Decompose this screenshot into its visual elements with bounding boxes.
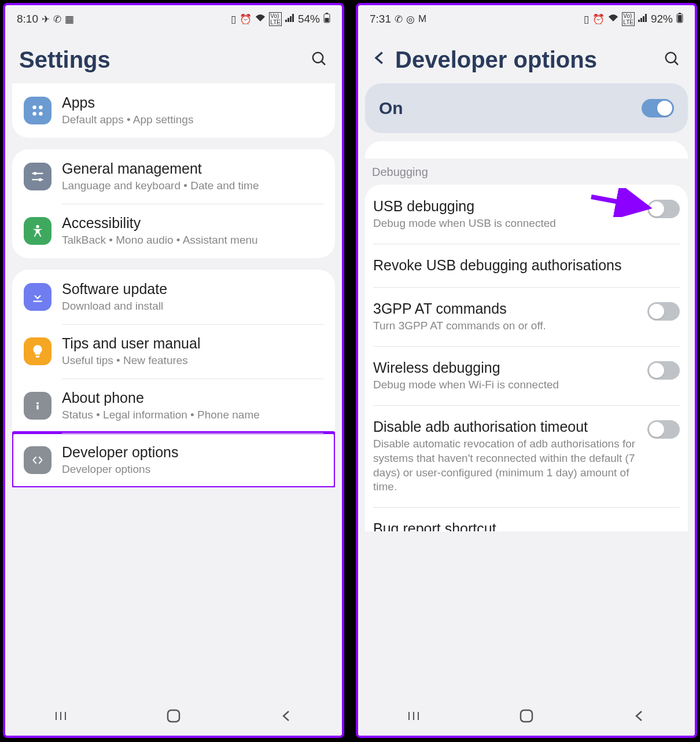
search-icon[interactable] <box>311 50 328 70</box>
row-title: Disable adb authorisation timeout <box>373 418 639 436</box>
home-button[interactable] <box>519 708 534 727</box>
row-title: Bug report shortcut <box>373 520 680 531</box>
recents-button[interactable] <box>54 710 67 726</box>
nav-bar <box>358 700 695 736</box>
settings-row-about[interactable]: About phoneStatus • Legal information • … <box>12 379 335 433</box>
dev-row[interactable]: Revoke USB debugging authorisations <box>365 244 688 287</box>
row-text: General managementLanguage and keyboard … <box>62 160 323 193</box>
toggle-switch[interactable] <box>647 302 680 321</box>
nav-bar <box>5 700 342 736</box>
settings-card: General managementLanguage and keyboard … <box>12 149 335 258</box>
page-title: Developer options <box>395 47 655 73</box>
wifi-icon <box>608 13 618 25</box>
row-title: Software update <box>62 280 323 298</box>
update-icon <box>24 283 51 311</box>
recents-button[interactable] <box>407 710 420 726</box>
page-title: Settings <box>19 47 303 73</box>
back-button[interactable] <box>633 710 646 726</box>
row-subtitle: Debug mode when Wi-Fi is connected <box>373 378 639 392</box>
phone-settings: 8:10 ✈ ✆ ▦ ▯ ⏰ Vo)LTE 54% Settings AppsD <box>3 3 344 738</box>
row-title: General management <box>62 160 323 178</box>
row-text: About phoneStatus • Legal information • … <box>62 389 323 423</box>
back-icon[interactable] <box>372 50 387 69</box>
master-toggle-label: On <box>379 98 403 118</box>
dev-row[interactable]: USB debuggingDebug mode when USB is conn… <box>365 185 688 244</box>
svg-line-4 <box>322 61 325 64</box>
svg-line-27 <box>591 197 643 207</box>
row-text: Developer optionsDeveloper options <box>62 443 323 477</box>
wifi-icon <box>255 13 266 25</box>
status-time: 7:31 <box>370 13 391 25</box>
status-bar: 7:31 ✆ ◎ M ▯ ⏰ Vo)LTE 92% <box>358 5 695 33</box>
volte-icon: Vo)LTE <box>269 12 282 26</box>
row-text: Wireless debuggingDebug mode when Wi-Fi … <box>373 359 639 392</box>
settings-row-general[interactable]: General managementLanguage and keyboard … <box>12 149 335 204</box>
settings-row-devopts[interactable]: Developer optionsDeveloper options <box>12 433 335 487</box>
battery-icon <box>676 13 683 26</box>
toggle-switch[interactable] <box>647 361 680 380</box>
settings-row-accessibility[interactable]: AccessibilityTalkBack • Mono audio • Ass… <box>12 204 335 258</box>
row-subtitle: Useful tips • New features <box>62 354 323 368</box>
dev-row[interactable]: Disable adb authorisation timeoutDisable… <box>365 405 688 507</box>
search-icon[interactable] <box>664 50 681 70</box>
photo-icon: ▦ <box>65 13 74 25</box>
row-text: AppsDefault apps • App settings <box>62 94 323 127</box>
phone-devoptions: 7:31 ✆ ◎ M ▯ ⏰ Vo)LTE 92% Developer opti… <box>356 3 697 738</box>
dev-row[interactable]: 3GPP AT commandsTurn 3GPP AT commands on… <box>365 287 688 346</box>
svg-point-6 <box>39 105 43 109</box>
row-text: 3GPP AT commandsTurn 3GPP AT commands on… <box>373 300 639 333</box>
svg-point-10 <box>34 172 36 175</box>
row-text: Bug report shortcut <box>373 520 680 531</box>
svg-point-5 <box>32 105 36 109</box>
master-toggle-switch[interactable] <box>642 99 674 117</box>
svg-line-26 <box>675 61 678 64</box>
row-subtitle: Language and keyboard • Date and time <box>62 179 323 193</box>
dev-row[interactable]: Bug report shortcut <box>365 507 688 531</box>
telegram-icon: ✈ <box>42 13 50 25</box>
nfc-icon: ▯ <box>584 13 589 25</box>
row-text: Software updateDownload and install <box>62 280 323 314</box>
dev-row[interactable]: Wireless debuggingDebug mode when Wi-Fi … <box>365 346 688 405</box>
row-title: Accessibility <box>62 214 323 232</box>
tips-icon <box>24 337 51 365</box>
svg-point-12 <box>39 178 42 181</box>
home-button[interactable] <box>166 708 181 727</box>
settings-row-update[interactable]: Software updateDownload and install <box>12 270 335 324</box>
settings-row-apps[interactable]: AppsDefault apps • App settings <box>12 83 335 138</box>
settings-list[interactable]: AppsDefault apps • App settingsGeneral m… <box>5 83 342 700</box>
row-title: 3GPP AT commands <box>373 300 639 318</box>
page-header: Developer options <box>358 33 695 83</box>
volte-icon: Vo)LTE <box>622 12 635 26</box>
status-bar: 8:10 ✈ ✆ ▦ ▯ ⏰ Vo)LTE 54% <box>5 5 342 33</box>
row-text: Disable adb authorisation timeoutDisable… <box>373 418 639 494</box>
devopts-icon <box>24 446 51 474</box>
signal-icon <box>285 13 294 25</box>
page-header: Settings <box>5 33 342 83</box>
back-button[interactable] <box>280 710 293 726</box>
status-battery-pct: 54% <box>298 13 320 25</box>
toggle-switch[interactable] <box>647 200 680 218</box>
debugging-card: USB debuggingDebug mode when USB is conn… <box>365 185 688 531</box>
row-title: Apps <box>62 94 323 112</box>
svg-rect-31 <box>521 710 532 722</box>
svg-point-7 <box>32 112 36 116</box>
row-subtitle: Default apps • App settings <box>62 113 323 127</box>
master-toggle-row[interactable]: On <box>365 83 688 133</box>
row-text: AccessibilityTalkBack • Mono audio • Ass… <box>62 214 323 248</box>
row-title: Revoke USB debugging authorisations <box>373 256 680 274</box>
devoptions-list[interactable]: On Debugging USB debuggingDebug mode whe… <box>358 83 695 700</box>
svg-point-8 <box>39 112 43 116</box>
battery-icon <box>323 13 330 26</box>
alarm-icon: ⏰ <box>592 13 605 25</box>
alarm-icon: ⏰ <box>240 13 252 25</box>
settings-card: Software updateDownload and installTips … <box>12 270 335 487</box>
instagram-icon: ◎ <box>406 13 415 25</box>
row-title: Developer options <box>62 443 323 461</box>
whatsapp-icon: ✆ <box>53 13 61 25</box>
toggle-switch[interactable] <box>647 420 680 439</box>
settings-row-tips[interactable]: Tips and user manualUseful tips • New fe… <box>12 324 335 379</box>
row-title: Wireless debugging <box>373 359 639 377</box>
general-icon <box>24 163 51 190</box>
settings-card: AppsDefault apps • App settings <box>12 83 335 138</box>
row-subtitle: TalkBack • Mono audio • Assistant menu <box>62 233 323 248</box>
